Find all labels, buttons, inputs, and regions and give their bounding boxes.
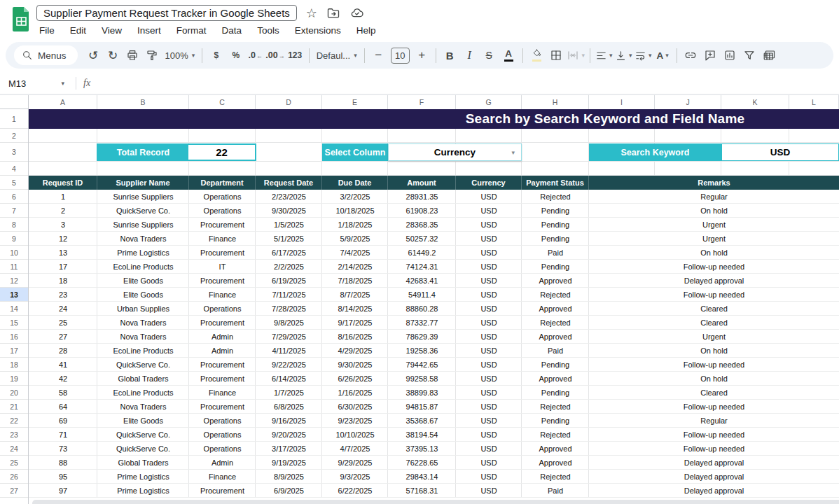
table-cell[interactable]: 35368.67 [388, 414, 456, 427]
table-cell[interactable]: Nova Traders [97, 400, 189, 413]
table-cell[interactable]: Urgent [589, 232, 839, 245]
table-cell[interactable]: 2 [29, 204, 97, 217]
table-cell[interactable]: 42683.41 [388, 274, 456, 287]
table-cell[interactable]: Pending [522, 204, 589, 217]
table-cell[interactable]: Nova Traders [97, 232, 189, 245]
column-header-I[interactable]: I [589, 95, 655, 110]
table-cell[interactable]: USD [456, 372, 522, 385]
table-cell[interactable]: Cleared [589, 386, 839, 399]
table-cell[interactable]: Rejected [522, 428, 589, 441]
table-cell[interactable]: 1/5/2025 [256, 218, 322, 231]
column-header-B[interactable]: B [97, 95, 189, 110]
column-header-D[interactable]: D [256, 95, 322, 110]
table-cell[interactable]: Procurement [189, 246, 256, 259]
table-cell[interactable]: Finance [189, 232, 256, 245]
document-title-input[interactable]: Supplier Payment Request Tracker in Goog… [36, 5, 297, 21]
table-cell[interactable]: 28 [29, 344, 97, 357]
table-cell[interactable]: 6/17/2025 [256, 246, 322, 259]
table-header-request-date[interactable]: Request Date [256, 176, 322, 190]
table-cell[interactable]: 3 [29, 218, 97, 231]
table-cell[interactable]: Finance [189, 386, 256, 399]
print-button[interactable] [123, 46, 142, 65]
table-cell[interactable]: QuickServe Co. [97, 442, 189, 455]
filter-views-button[interactable] [760, 46, 779, 65]
table-cell[interactable]: 37395.13 [388, 442, 456, 455]
table-cell[interactable]: 50257.32 [388, 232, 456, 245]
table-cell[interactable]: 6/19/2025 [256, 274, 322, 287]
table-cell[interactable]: 19258.36 [388, 344, 456, 357]
table-cell[interactable]: 9/20/2025 [256, 428, 322, 441]
table-cell[interactable]: USD [456, 428, 522, 441]
table-cell[interactable]: Delayed approval [589, 470, 839, 483]
table-cell[interactable]: 12 [29, 232, 97, 245]
table-cell[interactable]: 76228.65 [388, 456, 456, 469]
currency-format-button[interactable]: $ [207, 46, 226, 65]
table-cell[interactable]: Paid [522, 344, 589, 357]
table-cell[interactable]: 69 [29, 414, 97, 427]
row-header-26[interactable]: 26 [0, 470, 28, 484]
column-header-E[interactable]: E [322, 95, 388, 110]
select-column-dropdown[interactable]: Currency ▾ [388, 144, 522, 161]
table-cell[interactable]: IT [189, 260, 256, 273]
table-cell[interactable]: 3/2/2025 [322, 190, 388, 203]
table-cell[interactable]: 28931.35 [388, 190, 456, 203]
table-cell[interactable]: EcoLine Products [97, 260, 189, 273]
table-cell[interactable]: 87332.77 [388, 316, 456, 329]
table-cell[interactable]: USD [456, 330, 522, 343]
insert-chart-button[interactable] [721, 46, 740, 65]
table-cell[interactable]: Elite Goods [97, 288, 189, 301]
table-cell[interactable]: Nova Traders [97, 330, 189, 343]
table-cell[interactable]: 97 [29, 484, 97, 497]
table-cell[interactable]: 38899.83 [388, 386, 456, 399]
table-cell[interactable]: Rejected [522, 288, 589, 301]
percent-format-button[interactable]: % [226, 46, 245, 65]
row-header-1[interactable]: 1 [0, 109, 28, 129]
column-header-J[interactable]: J [655, 95, 721, 110]
table-cell[interactable]: 4/7/2025 [322, 442, 388, 455]
table-cell[interactable]: 8/9/2025 [256, 470, 322, 483]
table-cell[interactable]: Nova Traders [97, 316, 189, 329]
table-cell[interactable]: Pending [522, 386, 589, 399]
table-cell[interactable]: 58 [29, 386, 97, 399]
table-cell[interactable]: 42 [29, 372, 97, 385]
table-cell[interactable]: Rejected [522, 190, 589, 203]
table-cell[interactable]: 9/16/2025 [256, 414, 322, 427]
table-cell[interactable]: 1/7/2025 [256, 386, 322, 399]
table-cell[interactable]: 10/10/2025 [322, 428, 388, 441]
table-cell[interactable]: Prime Logistics [97, 470, 189, 483]
table-cell[interactable]: Follow-up needed [589, 288, 839, 301]
table-cell[interactable]: On hold [589, 204, 839, 217]
table-cell[interactable]: EcoLine Products [97, 344, 189, 357]
row-header-6[interactable]: 6 [0, 190, 28, 204]
row-header-5[interactable]: 5 [0, 176, 28, 190]
select-all-corner[interactable] [0, 95, 29, 109]
table-cell[interactable]: Approved [522, 274, 589, 287]
table-cell[interactable]: 57168.31 [388, 484, 456, 497]
row-header-22[interactable]: 22 [0, 414, 28, 428]
toolbar-search-menus[interactable]: Menus [14, 46, 78, 65]
table-cell[interactable]: Admin [189, 456, 256, 469]
insert-comment-button[interactable] [701, 46, 720, 65]
table-cell[interactable]: 9/22/2025 [256, 358, 322, 371]
table-cell[interactable]: Approved [522, 372, 589, 385]
table-cell[interactable]: Operations [189, 190, 256, 203]
table-cell[interactable]: Urban Supplies [97, 302, 189, 315]
table-cell[interactable]: 4/29/2025 [322, 344, 388, 357]
table-cell[interactable]: 9/23/2025 [322, 414, 388, 427]
increase-decimal-button[interactable]: .00→ [265, 46, 284, 65]
menu-extensions[interactable]: Extensions [295, 25, 341, 36]
table-cell[interactable]: Approved [522, 442, 589, 455]
row-header-18[interactable]: 18 [0, 358, 28, 372]
table-cell[interactable]: Regular [589, 190, 839, 203]
table-cell[interactable]: 27 [29, 330, 97, 343]
row-header-25[interactable]: 25 [0, 456, 28, 470]
menu-view[interactable]: View [102, 25, 122, 36]
table-cell[interactable]: 9/30/2025 [322, 358, 388, 371]
table-cell[interactable]: Pending [522, 260, 589, 273]
table-cell[interactable]: 1 [29, 190, 97, 203]
table-cell[interactable]: 79442.65 [388, 358, 456, 371]
row-header-13[interactable]: 13 [0, 288, 28, 302]
table-cell[interactable]: Pending [522, 232, 589, 245]
text-wrapping-button[interactable]: ▾ [634, 46, 653, 65]
table-cell[interactable]: 7/28/2025 [256, 302, 322, 315]
